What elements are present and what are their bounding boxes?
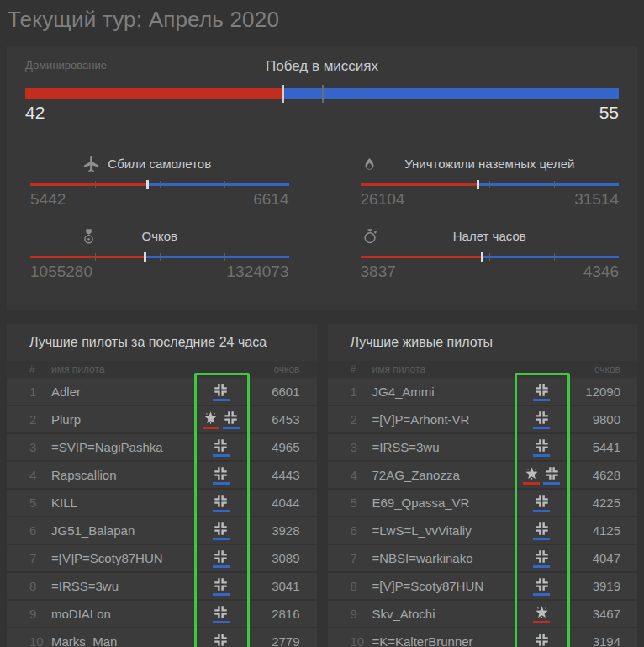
pilot-row[interactable]: 3=IRSS=3wu5441: [328, 434, 638, 460]
coalition-icons: [515, 577, 568, 596]
tick-75: [554, 181, 555, 188]
stat-red-value: 1055280: [30, 263, 92, 281]
coalition-icons: [515, 522, 568, 540]
pilot-points: 4965: [248, 440, 300, 454]
pilot-rank: 8: [351, 579, 372, 593]
tick-25: [95, 253, 96, 261]
pilot-name[interactable]: JG51_Balapan: [51, 523, 194, 538]
missions-progress-bar: [25, 88, 619, 99]
pilot-points: 9800: [568, 412, 620, 427]
rank-column-header: #: [29, 363, 51, 375]
pilot-name[interactable]: Plurp: [51, 412, 194, 427]
pilot-name[interactable]: =[V]P=Scoty87HUN: [51, 551, 194, 565]
medal-icon: [82, 227, 95, 246]
pilot-row[interactable]: 6JG51_Balapan3928: [7, 517, 317, 544]
pilot-row[interactable]: 4Rapscallion4443: [7, 462, 317, 488]
pilot-rank: 3: [29, 440, 51, 454]
pilot-name[interactable]: =IRSS=3wu: [372, 440, 515, 454]
red-side-fill: [30, 256, 145, 258]
tick-25: [425, 181, 425, 188]
pilot-row[interactable]: 10Marks_Man_2779: [7, 628, 317, 647]
pilot-name[interactable]: =SVIP=NagiPashka: [51, 440, 194, 454]
stat-group: Сбили самолетов54426614: [30, 155, 289, 209]
pilot-row[interactable]: 2Plurp6453: [7, 406, 317, 432]
pilot-row[interactable]: 5E69_Qpassa_VR4225: [328, 490, 638, 516]
domination-panel: Доминирование Побед в миссиях 42 55 Сбил…: [7, 46, 637, 310]
pilot-name[interactable]: Adler: [51, 384, 194, 399]
pilot-row[interactable]: 9Skv_Atochi3467: [328, 601, 638, 627]
pilot-rank: 2: [351, 412, 372, 427]
leaderboard-title: Лучшие пилоты за последние 24 часа: [29, 335, 317, 350]
axis-icon: [213, 549, 230, 568]
name-column-header: имя пилота: [51, 363, 194, 375]
pilot-row[interactable]: 8=IRSS=3wu3041: [7, 573, 317, 599]
axis-icon: [213, 577, 230, 596]
axis-icon: [213, 633, 230, 647]
stat-progress-bar: [361, 256, 620, 258]
pilot-name[interactable]: Marks_Man_: [51, 634, 194, 647]
pilot-row[interactable]: 3=SVIP=NagiPashka4965: [7, 434, 317, 460]
coalition-icons: [515, 605, 568, 623]
pilot-points: 4047: [568, 551, 620, 565]
tick-50: [160, 253, 161, 261]
pilot-row[interactable]: 7=NBSI=warkinako4047: [328, 545, 638, 571]
pilot-name[interactable]: 72AG_Zanozza: [372, 468, 515, 482]
pilot-row[interactable]: 2=[V]P=Arhont-VR9800: [328, 406, 638, 432]
pilot-row[interactable]: 1JG4_Ammi12090: [328, 379, 638, 405]
pilot-row[interactable]: 8=[V]P=Scoty87HUN3919: [328, 573, 638, 599]
pilot-name[interactable]: E69_Qpassa_VR: [372, 496, 515, 510]
stat-title: Сбили самолетов: [108, 156, 211, 171]
pilot-row[interactable]: 9moDIALon2816: [7, 601, 317, 627]
coalition-icons: [515, 438, 568, 457]
tick-75: [224, 181, 225, 188]
missions-blue-value: 55: [599, 103, 619, 123]
pilot-row[interactable]: 6=LwS=L_vvVitaliy4125: [328, 517, 638, 544]
pilot-row[interactable]: 7=[V]P=Scoty87HUN3089: [7, 545, 317, 571]
pilot-row[interactable]: 472AG_Zanozza4628: [328, 462, 638, 488]
axis-icon: [213, 383, 230, 401]
pilot-name[interactable]: =LwS=L_vvVitaliy: [372, 523, 515, 538]
pilot-row[interactable]: 10=K=KalterBrunner3194: [328, 628, 638, 647]
pilot-rank: 4: [351, 468, 372, 482]
tick-75: [554, 253, 555, 261]
axis-icon: [213, 438, 230, 457]
missions-bar-title: Побед в миссиях: [25, 58, 619, 75]
pilot-name[interactable]: JG4_Ammi: [372, 384, 515, 399]
coalition-icons: [515, 466, 568, 485]
pilot-row[interactable]: 5KILL4044: [7, 490, 317, 516]
coalition-icons: [194, 383, 248, 401]
pilot-name[interactable]: =IRSS=3wu: [51, 579, 194, 593]
pilot-name[interactable]: =[V]P=Scoty87HUN: [372, 579, 515, 593]
table-rows: 1JG4_Ammi120902=[V]P=Arhont-VR98003=IRSS…: [328, 379, 638, 647]
rank-column-header: #: [351, 363, 372, 375]
flame-icon: [362, 155, 377, 173]
table-header: # имя пилота очков: [7, 361, 317, 377]
pilot-row[interactable]: 1Adler6601: [7, 379, 317, 405]
pilot-name[interactable]: moDIALon: [51, 607, 194, 621]
pilot-points: 6453: [248, 412, 300, 427]
axis-icon: [533, 438, 550, 457]
pilot-rank: 7: [351, 551, 372, 565]
pilot-name[interactable]: KILL: [51, 496, 194, 510]
name-column-header: имя пилота: [372, 363, 515, 375]
pilot-name[interactable]: =K=KalterBrunner: [372, 634, 515, 647]
tick-75: [224, 253, 225, 261]
pilot-rank: 1: [29, 384, 51, 399]
pilot-points: 4125: [568, 523, 620, 538]
pilot-rank: 6: [351, 523, 372, 538]
stat-red-value: 26104: [361, 190, 405, 209]
stat-group: Уничтожили наземных целей2610431514: [361, 155, 620, 209]
axis-icon: [533, 522, 550, 540]
axis-icon: [213, 494, 230, 512]
pilot-name[interactable]: =[V]P=Arhont-VR: [372, 412, 515, 427]
pilot-name[interactable]: Skv_Atochi: [372, 607, 515, 621]
allies-icon: [523, 466, 540, 485]
axis-icon: [533, 494, 550, 512]
tick-50: [160, 181, 161, 188]
coalition-icons: [515, 633, 568, 647]
axis-icon: [533, 383, 550, 401]
pilot-name[interactable]: Rapscallion: [51, 468, 194, 482]
pilot-rank: 1: [351, 384, 372, 399]
axis-icon: [213, 522, 230, 540]
pilot-name[interactable]: =NBSI=warkinako: [372, 551, 515, 565]
